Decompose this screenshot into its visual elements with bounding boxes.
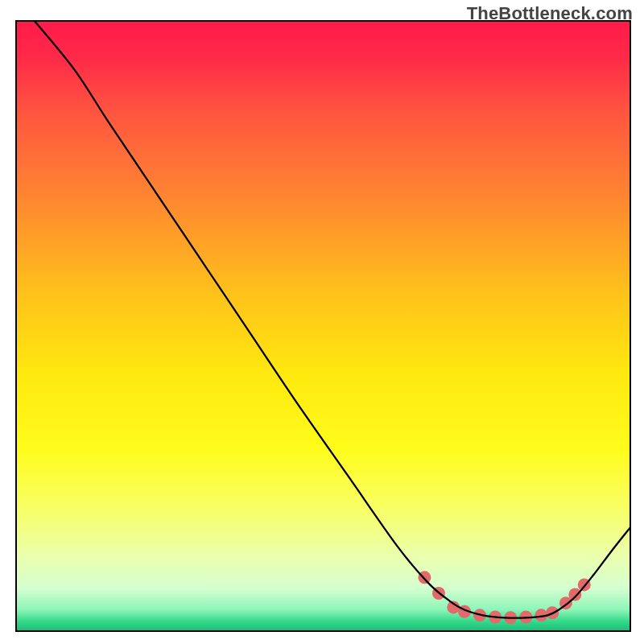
watermark-text: TheBottleneck.com [467,3,633,24]
gradient-background [16,21,630,631]
chart-container: TheBottleneck.com [0,0,644,644]
bottleneck-chart [0,0,644,644]
valley-marker-dot [568,588,581,601]
